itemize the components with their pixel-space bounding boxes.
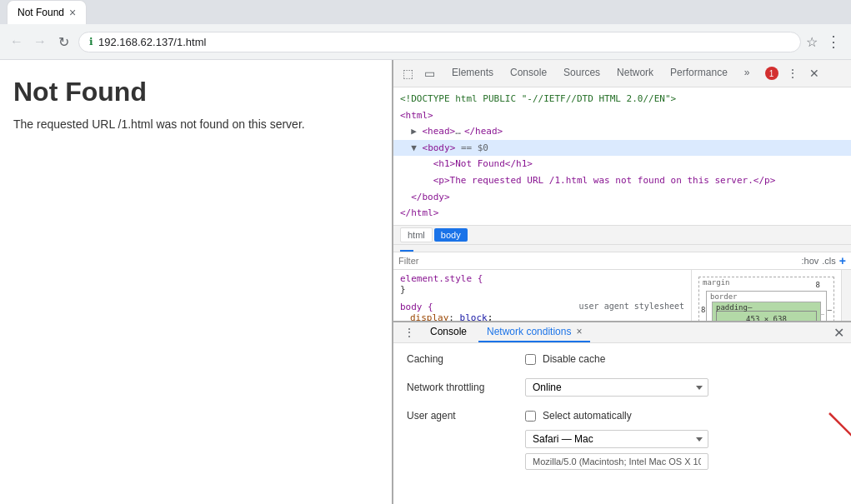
styles-tab-event[interactable]: [415, 245, 428, 252]
reload-button[interactable]: ↻: [53, 32, 73, 52]
source-line-p: <p>The requested URL /1.html was not fou…: [393, 172, 851, 189]
source-line-doctype: <!DOCTYPE html PUBLIC "-//IETF//DTD HTML…: [393, 91, 851, 107]
error-count: 1: [769, 69, 774, 78]
tab-console[interactable]: Console: [502, 63, 555, 83]
padding-label: padding–: [716, 303, 752, 312]
filter-cls-button[interactable]: .cls: [822, 256, 836, 266]
filter-input[interactable]: [398, 256, 798, 266]
main-area: Not Found The requested URL /1.html was …: [0, 60, 851, 504]
browser-menu-button[interactable]: ⋮: [823, 29, 844, 54]
throttling-label: Network throttling: [407, 382, 515, 393]
network-conditions-close-icon[interactable]: ×: [576, 326, 582, 337]
bottom-tab-console[interactable]: Console: [422, 322, 475, 342]
box-model-content: 453 × 638: [716, 311, 817, 321]
console-tab-label: Console: [430, 326, 467, 337]
url-display: 192.168.62.137/1.html: [98, 36, 790, 48]
throttling-select[interactable]: Online Fast 3G Slow 3G Offline: [525, 378, 708, 397]
tab-sources[interactable]: Sources: [555, 63, 608, 83]
inspect-element-icon[interactable]: ⬚: [400, 66, 415, 81]
network-conditions-content: Caching Disable cache Network throttling…: [393, 343, 851, 504]
source-line-body[interactable]: ▼ <body> == $0: [393, 140, 851, 157]
browser-chrome: Not Found × ← → ↻ ℹ 192.168.62.137/1.htm…: [0, 0, 851, 60]
user-agent-select[interactable]: Safari — Mac Chrome — Windows Firefox — …: [525, 430, 708, 448]
body-expand-icon[interactable]: ▼: [411, 142, 417, 153]
tab-more[interactable]: »: [736, 63, 758, 83]
devtools-toolbar: ⬚ ▭ Elements Console Sources Network Per…: [393, 60, 851, 87]
styles-filter-bar: :hov .cls +: [393, 252, 851, 270]
box-model: margin 8 – 8 border – padding– 453 × 638: [691, 270, 841, 321]
styles-area: :hov .cls + element.style { }: [393, 245, 851, 321]
source-line-body-close: </body>: [393, 189, 851, 206]
filter-pseudo-button[interactable]: :hov: [802, 256, 819, 266]
devtools-tabs: Elements Console Sources Network Perform…: [443, 63, 758, 83]
tab-title: Not Found: [18, 7, 64, 18]
browser-toolbar: ← → ↻ ℹ 192.168.62.137/1.html ☆ ⋮: [0, 24, 851, 59]
tab-elements[interactable]: Elements: [443, 63, 502, 83]
styles-tab-styles[interactable]: [400, 245, 413, 252]
devtools-panel: ⬚ ▭ Elements Console Sources Network Per…: [392, 60, 851, 504]
caching-label: Caching: [407, 353, 515, 365]
tab-network[interactable]: Network: [608, 63, 662, 83]
browser-tab[interactable]: Not Found ×: [7, 0, 87, 24]
disable-cache-checkbox[interactable]: [525, 354, 536, 365]
caching-row: Caching Disable cache: [407, 353, 838, 365]
bottom-panel-close-button[interactable]: ✕: [833, 325, 844, 341]
styles-tab-properties[interactable]: [445, 245, 458, 252]
element-tabs-row: html body: [393, 225, 851, 245]
devtools-close-button[interactable]: ✕: [807, 66, 822, 81]
bottom-tab-menu-icon[interactable]: ⋮: [400, 322, 418, 342]
devtools-more-button[interactable]: ⋮: [785, 66, 800, 81]
page-subtitle: The requested URL /1.html was not found …: [13, 117, 378, 131]
html-tab[interactable]: html: [400, 227, 433, 242]
margin-right-val: –: [828, 306, 832, 314]
dt-main-panel: :hov .cls + element.style { }: [393, 245, 851, 321]
device-toolbar-icon[interactable]: ▭: [422, 66, 437, 81]
user-agent-string-input[interactable]: [525, 453, 708, 470]
back-button[interactable]: ←: [7, 32, 27, 52]
bottom-tab-network-conditions[interactable]: Network conditions ×: [478, 322, 590, 342]
bottom-tabs: ⋮ Console Network conditions × ✕: [393, 322, 851, 343]
box-model-padding: padding– 453 × 638: [712, 302, 821, 321]
user-agent-label: User agent: [407, 410, 515, 422]
margin-left-val: 8: [701, 306, 705, 314]
css-rule-body: body { user agent stylesheet display: bl…: [400, 302, 684, 321]
network-throttling-row: Network throttling Online Fast 3G Slow 3…: [407, 378, 838, 397]
tab-performance[interactable]: Performance: [662, 63, 736, 83]
css-selector-body-row: body { user agent stylesheet: [400, 302, 684, 312]
styles-tab-accessibility[interactable]: [460, 245, 473, 252]
html-source: <!DOCTYPE html PUBLIC "-//IETF//DTD HTML…: [393, 87, 851, 225]
box-model-margin: margin 8 – 8 border – padding– 453 × 638: [698, 277, 834, 321]
css-rule-element: element.style { }: [400, 273, 684, 295]
body-tab[interactable]: body: [434, 228, 468, 242]
address-bar[interactable]: ℹ 192.168.62.137/1.html: [78, 32, 801, 52]
caching-control: Disable cache: [525, 353, 838, 365]
forward-button[interactable]: →: [30, 32, 50, 52]
bottom-panel: ⋮ Console Network conditions × ✕ Caching…: [393, 321, 851, 504]
styles-tab-dom[interactable]: [430, 245, 443, 252]
page-content: Not Found The requested URL /1.html was …: [0, 60, 392, 504]
add-style-button[interactable]: +: [839, 254, 846, 267]
throttling-control: Online Fast 3G Slow 3G Offline: [525, 378, 838, 397]
error-badge: 1: [765, 67, 778, 80]
tab-bar: Not Found ×: [0, 0, 851, 24]
security-icon: ℹ: [89, 36, 93, 47]
margin-label: margin: [703, 278, 730, 287]
styles-body: element.style { } body { user agent styl…: [393, 270, 851, 321]
page-title: Not Found: [13, 77, 378, 107]
tab-close-button[interactable]: ×: [69, 6, 76, 19]
source-line-html-close: </html>: [393, 205, 851, 222]
border-label: border: [710, 292, 738, 301]
user-agent-row: User agent Select automatically: [407, 410, 838, 470]
bookmark-button[interactable]: ☆: [806, 34, 818, 50]
source-line-html-open: <html>: [393, 107, 851, 124]
margin-top-val: 8: [816, 281, 820, 289]
disable-cache-label: Disable cache: [543, 353, 605, 365]
source-line-h1: <h1>Not Found</h1>: [393, 156, 851, 172]
devtools-scrollbar[interactable]: [841, 270, 851, 321]
nav-buttons: ← → ↻: [7, 32, 73, 52]
expand-icon[interactable]: ▶: [411, 126, 417, 137]
source-line-head[interactable]: ▶ <head>…</head>: [393, 123, 851, 140]
select-auto-checkbox[interactable]: [525, 411, 536, 422]
svg-line-1: [829, 413, 851, 455]
user-agent-label: user agent stylesheet: [579, 302, 684, 312]
